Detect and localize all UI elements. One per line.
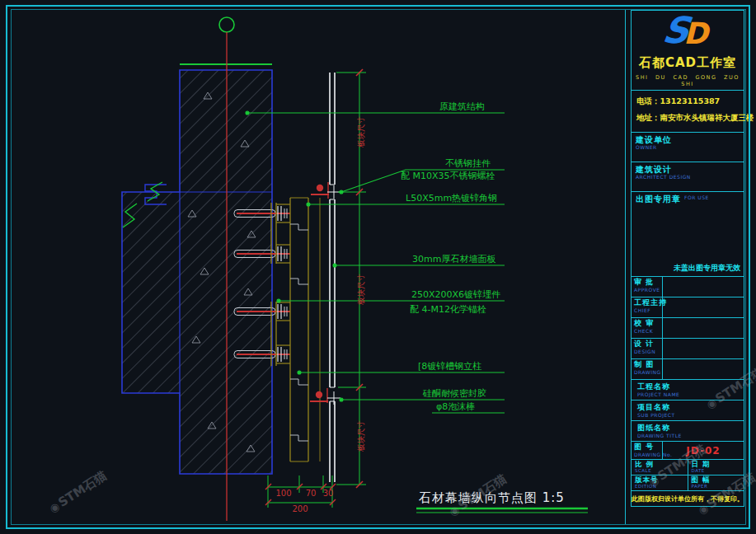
edition-label: 版本号 <box>635 476 688 484</box>
callout-structure: 原建筑结构 <box>439 101 485 112</box>
dim-label-panel-size-3: 板块尺寸 <box>356 420 365 452</box>
paper-label: 图 幅 <box>692 476 744 484</box>
drawing-no-label-en: DRAWING No. <box>634 452 662 457</box>
scale-cell: 比 例SCALE <box>631 459 688 475</box>
date-label-en: DATE <box>692 468 744 474</box>
designer-label-en: ARCHITECT DESIGN <box>636 174 744 180</box>
wall-section <box>122 64 272 474</box>
cad-sheet: 原建筑结构 不锈钢挂件 配 M10X35不锈钢螺栓 L50X5mm热镀锌角钢 3… <box>0 0 756 534</box>
date-cell: 日 期DATE <box>688 459 745 475</box>
embed-plates-and-channel <box>271 198 320 461</box>
chief-label-en: CHIEF <box>634 307 662 313</box>
titleblock-divider <box>625 10 626 524</box>
vertical-dimension: 板块尺寸 板块尺寸 板块尺寸 <box>336 69 366 488</box>
callout-stone: 30mm厚石材墙面板 <box>412 254 495 265</box>
paper-label-en: PAPER <box>692 484 744 490</box>
title-block: S D 石都CAD工作室 SHI DU CAD GONG ZUO SHI 电话：… <box>631 11 744 507</box>
draft-label: 制 图 <box>634 361 662 369</box>
callout-plate: 250X200X6镀锌埋件 <box>411 289 500 300</box>
owner-label: 建设单位 <box>636 135 744 144</box>
bottom-dimension: 100 70 30 200 <box>265 475 336 513</box>
sign-row-approve: 审 批APPROVE <box>631 276 744 297</box>
sign-row-design: 设 计DESIGN <box>631 338 744 359</box>
callout-labels: 原建筑结构 不锈钢挂件 配 M10X35不锈钢螺栓 L50X5mm热镀锌角钢 3… <box>401 101 500 412</box>
design-label: 设 计 <box>634 340 662 349</box>
copyright-note: 此图版权归设计单位所有，不得复印。 <box>631 490 744 507</box>
address-line: 地址：南安市水头镇瑞祥大厦三楼 <box>636 113 739 124</box>
logo-letter-d: D <box>683 19 708 49</box>
joint-detail-top <box>311 182 340 199</box>
sign-row-chief: 工程主持CHIEF <box>631 297 744 318</box>
approve-label: 审 批 <box>634 279 662 287</box>
scale-date-row: 比 例SCALE 日 期DATE <box>631 459 744 475</box>
drawing-no-value: JD-02 <box>663 442 744 459</box>
dim-100: 100 <box>275 489 291 498</box>
sub-project-label: 项目名称 <box>637 404 744 412</box>
callout-hanger-sub: 配 M10X35不锈钢螺栓 <box>401 171 495 181</box>
phone-line: 电话：13123115387 <box>636 96 739 107</box>
designer-field: 建筑设计 ARCHITECT DESIGN <box>631 162 744 192</box>
project-name-label: 工程名称 <box>637 383 744 391</box>
date-label: 日 期 <box>692 461 744 468</box>
contact-box: 电话：13123115387 地址：南安市水头镇瑞祥大厦三楼 <box>631 90 744 133</box>
scale-label-en: SCALE <box>635 468 688 474</box>
approve-label-en: APPROVE <box>634 287 662 293</box>
edition-cell: 版本号EDITION <box>631 475 688 491</box>
draft-label-en: DRAWING <box>634 369 662 375</box>
callout-sealant: 硅酮耐候密封胶 <box>422 388 486 399</box>
sign-row-draft: 制 图DRAWING <box>631 358 744 380</box>
sub-project-label-en: SUB PROJECT <box>637 412 744 418</box>
drawing-no-label: 图 号 <box>634 443 662 452</box>
seal-box: 出图专用章 FOR USE 未盖出图专用章无效 <box>631 191 744 277</box>
drawing-title-group: 石材幕墙纵向节点图 1:5 <box>416 490 588 513</box>
check-label: 校 审 <box>634 320 662 328</box>
stone-panel <box>330 73 335 482</box>
callout-foam: φ8泡沫棒 <box>436 401 475 412</box>
dim-label-panel-size-1: 板块尺寸 <box>356 116 365 148</box>
designer-label: 建筑设计 <box>636 165 744 174</box>
callout-angle: L50X5mm热镀锌角钢 <box>406 193 497 204</box>
dim-label-panel-size-2: 板块尺寸 <box>356 274 365 305</box>
drawing-title-label-en: DRAWING TITLE <box>637 433 744 438</box>
project-name-label-en: PROJECT NAME <box>637 391 744 397</box>
callout-channel: [8镀锌槽钢立柱 <box>418 361 481 372</box>
joint-detail-bottom <box>310 388 340 405</box>
drawing-title-row: 图纸名称DRAWING TITLE <box>631 420 744 442</box>
sub-project-row: 项目名称SUB PROJECT <box>631 400 744 421</box>
seal-label: 出图专用章 <box>636 194 681 204</box>
studio-name: 石都CAD工作室 <box>632 55 744 71</box>
drawing-number-row: 图 号DRAWING No. JD-02 <box>631 441 744 460</box>
seal-note: 未盖出图专用章无效 <box>674 263 740 274</box>
seal-label-en: FOR USE <box>684 194 709 200</box>
project-name-row: 工程名称PROJECT NAME <box>631 379 744 400</box>
edition-paper-row: 版本号EDITION 图 幅PAPER <box>631 475 744 491</box>
studio-logo-icon: S D <box>632 14 744 52</box>
studio-logo-box: S D 石都CAD工作室 SHI DU CAD GONG ZUO SHI <box>631 10 744 91</box>
owner-label-en: OWNER <box>636 144 744 150</box>
design-label-en: DESIGN <box>634 349 662 354</box>
dim-30: 30 <box>323 489 334 498</box>
drawing-title: 石材幕墙纵向节点图 1:5 <box>418 490 565 505</box>
drawing-title-label: 图纸名称 <box>637 424 744 433</box>
edition-label-en: EDITION <box>635 484 688 490</box>
owner-field: 建设单位 OWNER <box>631 132 744 162</box>
sign-row-check: 校 审CHECK <box>631 317 744 339</box>
paper-cell: 图 幅PAPER <box>688 475 745 491</box>
callout-plate-sub: 配 4-M12化学锚栓 <box>410 304 486 315</box>
chief-label: 工程主持 <box>634 299 662 307</box>
dim-200: 200 <box>292 504 308 513</box>
callout-hanger: 不锈钢挂件 <box>445 158 491 169</box>
studio-pinyin: SHI DU CAD GONG ZUO SHI <box>632 74 744 87</box>
scale-label: 比 例 <box>635 461 688 468</box>
check-label-en: CHECK <box>634 328 662 334</box>
dim-70: 70 <box>306 489 317 498</box>
